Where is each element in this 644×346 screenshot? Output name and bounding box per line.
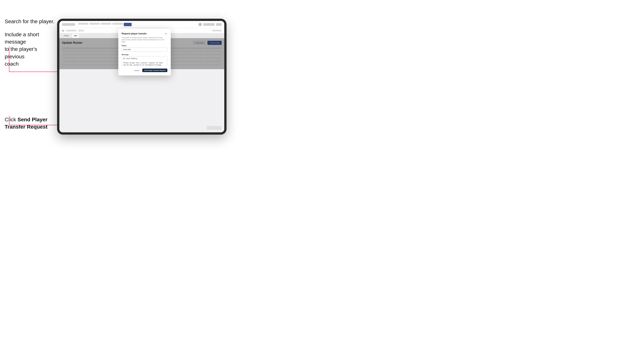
modal-title: Request player transfer — [122, 32, 147, 35]
tablet-device: Roster Add Update Roster + Add Player + … — [57, 19, 226, 135]
header-secondary-btn — [216, 23, 222, 26]
bottom-bar — [207, 126, 222, 130]
main-content: Update Roster + Add Player + Add Transfe… — [59, 38, 224, 69]
user-avatar — [198, 23, 202, 26]
nav-item-tournaments — [78, 23, 88, 25]
header-action-btn — [203, 23, 214, 26]
annotation-search: Search for the player. — [5, 18, 54, 25]
sub-header-sub — [78, 30, 84, 31]
message-label: Message — [122, 54, 167, 55]
tablet-screen: Roster Add Update Roster + Add Player + … — [59, 21, 224, 132]
arrow-vertical-click — [9, 116, 9, 125]
tab-roster[interactable]: Roster — [62, 34, 71, 38]
arrow-vertical-message — [9, 46, 9, 72]
message-textarea[interactable]: Hi Coach McHarg, Please accept this tran… — [122, 56, 167, 66]
app-header — [59, 21, 224, 28]
sub-header-team-name — [66, 30, 76, 31]
player-label: Player — [122, 45, 167, 46]
nav-item-athletes — [101, 23, 111, 25]
app-logo — [62, 23, 75, 26]
sub-header-contact — [212, 30, 222, 31]
close-icon[interactable]: ✕ — [164, 32, 167, 35]
annotation-message: Include a short messageto the player's p… — [5, 31, 55, 67]
modal-description: If the player is transferring from anoth… — [122, 36, 167, 43]
nav-items — [78, 23, 132, 26]
modal-header: Request player transfer ✕ — [122, 32, 167, 35]
header-right — [198, 23, 222, 26]
nav-item-team — [90, 23, 100, 25]
player-search-input[interactable] — [122, 47, 167, 52]
tab-add[interactable]: Add — [72, 34, 79, 38]
save-btn-placeholder — [207, 126, 222, 130]
nav-item-useronly — [112, 23, 122, 25]
send-transfer-button[interactable]: Send Player Transfer Request — [142, 69, 167, 72]
sub-header-icon — [62, 29, 64, 32]
nav-item-active — [124, 23, 132, 26]
cancel-button[interactable]: Cancel — [132, 69, 141, 72]
annotation-click: Click Send Player Transfer Request — [5, 116, 55, 131]
transfer-request-modal: Request player transfer ✕ If the player … — [118, 29, 171, 76]
modal-overlay: Request player transfer ✕ If the player … — [59, 38, 224, 69]
modal-footer: Cancel Send Player Transfer Request — [122, 69, 167, 72]
